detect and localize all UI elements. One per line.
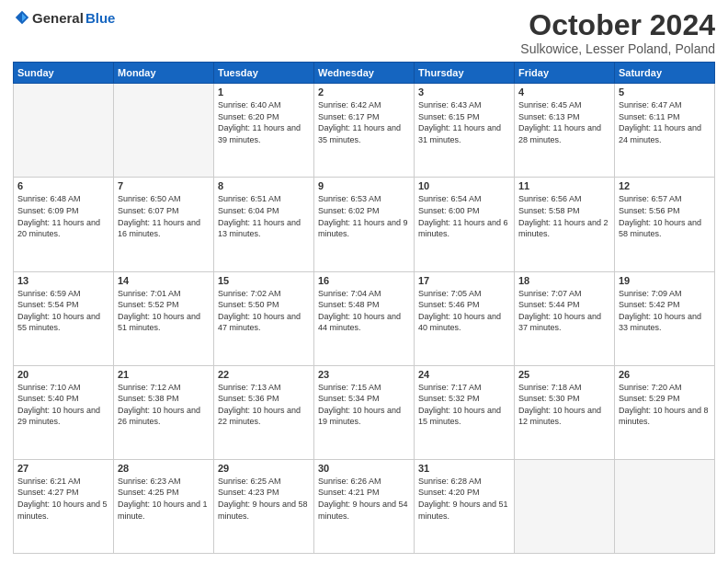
day-number: 25 <box>518 369 610 380</box>
calendar-cell: 18Sunrise: 7:07 AM Sunset: 5:44 PM Dayli… <box>515 271 615 365</box>
header-row: SundayMondayTuesdayWednesdayThursdayFrid… <box>14 63 715 84</box>
calendar-cell: 21Sunrise: 7:12 AM Sunset: 5:38 PM Dayli… <box>114 365 214 459</box>
day-number: 10 <box>418 180 510 191</box>
page: General Blue October 2024 Sulkowice, Les… <box>0 0 728 563</box>
header: General Blue October 2024 Sulkowice, Les… <box>13 9 715 56</box>
calendar-cell: 20Sunrise: 7:10 AM Sunset: 5:40 PM Dayli… <box>14 365 114 459</box>
cell-details: Sunrise: 6:50 AM Sunset: 6:07 PM Dayligh… <box>118 193 210 239</box>
calendar: SundayMondayTuesdayWednesdayThursdayFrid… <box>13 62 715 554</box>
cell-details: Sunrise: 6:48 AM Sunset: 6:09 PM Dayligh… <box>17 193 109 239</box>
calendar-cell: 13Sunrise: 6:59 AM Sunset: 5:54 PM Dayli… <box>14 271 114 365</box>
day-number: 27 <box>17 463 109 474</box>
cell-details: Sunrise: 6:43 AM Sunset: 6:15 PM Dayligh… <box>418 99 510 145</box>
logo: General Blue <box>13 9 115 26</box>
calendar-cell: 29Sunrise: 6:25 AM Sunset: 4:23 PM Dayli… <box>214 459 314 553</box>
day-number: 9 <box>318 180 410 191</box>
day-number: 22 <box>218 369 310 380</box>
calendar-cell: 26Sunrise: 7:20 AM Sunset: 5:29 PM Dayli… <box>615 365 715 459</box>
calendar-cell: 22Sunrise: 7:13 AM Sunset: 5:36 PM Dayli… <box>214 365 314 459</box>
col-header-sunday: Sunday <box>14 63 114 84</box>
day-number: 13 <box>17 275 109 286</box>
day-number: 23 <box>318 369 410 380</box>
cell-details: Sunrise: 7:09 AM Sunset: 5:42 PM Dayligh… <box>619 288 711 334</box>
calendar-cell: 23Sunrise: 7:15 AM Sunset: 5:34 PM Dayli… <box>314 365 415 459</box>
calendar-cell: 11Sunrise: 6:56 AM Sunset: 5:58 PM Dayli… <box>515 178 615 271</box>
cell-details: Sunrise: 6:23 AM Sunset: 4:25 PM Dayligh… <box>118 476 210 522</box>
calendar-cell: 19Sunrise: 7:09 AM Sunset: 5:42 PM Dayli… <box>615 271 715 365</box>
cell-details: Sunrise: 7:05 AM Sunset: 5:46 PM Dayligh… <box>418 288 510 334</box>
day-number: 3 <box>418 86 510 98</box>
cell-details: Sunrise: 7:15 AM Sunset: 5:34 PM Dayligh… <box>318 382 410 428</box>
cell-details: Sunrise: 7:01 AM Sunset: 5:52 PM Dayligh… <box>118 288 210 334</box>
cell-details: Sunrise: 7:17 AM Sunset: 5:32 PM Dayligh… <box>418 382 510 428</box>
day-number: 24 <box>418 369 510 380</box>
col-header-wednesday: Wednesday <box>314 63 415 84</box>
cell-details: Sunrise: 6:26 AM Sunset: 4:21 PM Dayligh… <box>318 476 410 522</box>
calendar-cell: 24Sunrise: 7:17 AM Sunset: 5:32 PM Dayli… <box>415 365 515 459</box>
calendar-cell: 15Sunrise: 7:02 AM Sunset: 5:50 PM Dayli… <box>214 271 314 365</box>
cell-details: Sunrise: 6:53 AM Sunset: 6:02 PM Dayligh… <box>318 193 410 239</box>
cell-details: Sunrise: 7:18 AM Sunset: 5:30 PM Dayligh… <box>518 382 610 428</box>
week-row-4: 27Sunrise: 6:21 AM Sunset: 4:27 PM Dayli… <box>14 459 715 553</box>
calendar-cell: 30Sunrise: 6:26 AM Sunset: 4:21 PM Dayli… <box>314 459 415 553</box>
logo-blue: Blue <box>85 10 116 26</box>
col-header-friday: Friday <box>515 63 615 84</box>
day-number: 5 <box>619 86 711 98</box>
calendar-cell: 27Sunrise: 6:21 AM Sunset: 4:27 PM Dayli… <box>14 459 114 553</box>
cell-details: Sunrise: 6:56 AM Sunset: 5:58 PM Dayligh… <box>518 193 610 239</box>
cell-details: Sunrise: 6:25 AM Sunset: 4:23 PM Dayligh… <box>218 476 310 522</box>
calendar-cell <box>14 84 114 178</box>
day-number: 26 <box>619 369 711 380</box>
calendar-cell: 7Sunrise: 6:50 AM Sunset: 6:07 PM Daylig… <box>114 178 214 271</box>
day-number: 7 <box>118 180 210 191</box>
cell-details: Sunrise: 6:21 AM Sunset: 4:27 PM Dayligh… <box>17 476 109 522</box>
logo-icon <box>14 9 30 26</box>
calendar-cell: 10Sunrise: 6:54 AM Sunset: 6:00 PM Dayli… <box>415 178 515 271</box>
week-row-2: 13Sunrise: 6:59 AM Sunset: 5:54 PM Dayli… <box>14 271 715 365</box>
day-number: 20 <box>17 369 109 380</box>
calendar-cell: 17Sunrise: 7:05 AM Sunset: 5:46 PM Dayli… <box>415 271 515 365</box>
calendar-cell: 12Sunrise: 6:57 AM Sunset: 5:56 PM Dayli… <box>615 178 715 271</box>
cell-details: Sunrise: 6:42 AM Sunset: 6:17 PM Dayligh… <box>318 99 410 145</box>
calendar-cell: 4Sunrise: 6:45 AM Sunset: 6:13 PM Daylig… <box>515 84 615 178</box>
col-header-monday: Monday <box>114 63 214 84</box>
day-number: 12 <box>619 180 711 191</box>
col-header-thursday: Thursday <box>415 63 515 84</box>
calendar-cell: 9Sunrise: 6:53 AM Sunset: 6:02 PM Daylig… <box>314 178 415 271</box>
day-number: 8 <box>218 180 310 191</box>
calendar-cell: 5Sunrise: 6:47 AM Sunset: 6:11 PM Daylig… <box>615 84 715 178</box>
day-number: 30 <box>318 463 410 474</box>
calendar-cell: 6Sunrise: 6:48 AM Sunset: 6:09 PM Daylig… <box>14 178 114 271</box>
week-row-3: 20Sunrise: 7:10 AM Sunset: 5:40 PM Dayli… <box>14 365 715 459</box>
calendar-cell: 3Sunrise: 6:43 AM Sunset: 6:15 PM Daylig… <box>415 84 515 178</box>
day-number: 17 <box>418 275 510 286</box>
day-number: 28 <box>118 463 210 474</box>
cell-details: Sunrise: 6:28 AM Sunset: 4:20 PM Dayligh… <box>418 476 510 522</box>
calendar-cell: 25Sunrise: 7:18 AM Sunset: 5:30 PM Dayli… <box>515 365 615 459</box>
calendar-cell: 28Sunrise: 6:23 AM Sunset: 4:25 PM Dayli… <box>114 459 214 553</box>
calendar-cell <box>515 459 615 553</box>
calendar-cell: 8Sunrise: 6:51 AM Sunset: 6:04 PM Daylig… <box>214 178 314 271</box>
calendar-cell <box>114 84 214 178</box>
cell-details: Sunrise: 6:54 AM Sunset: 6:00 PM Dayligh… <box>418 193 510 239</box>
col-header-tuesday: Tuesday <box>214 63 314 84</box>
day-number: 18 <box>518 275 610 286</box>
day-number: 6 <box>17 180 109 191</box>
cell-details: Sunrise: 7:20 AM Sunset: 5:29 PM Dayligh… <box>619 382 711 428</box>
cell-details: Sunrise: 6:57 AM Sunset: 5:56 PM Dayligh… <box>619 193 711 239</box>
cell-details: Sunrise: 6:59 AM Sunset: 5:54 PM Dayligh… <box>17 288 109 334</box>
day-number: 21 <box>118 369 210 380</box>
cell-details: Sunrise: 7:02 AM Sunset: 5:50 PM Dayligh… <box>218 288 310 334</box>
col-header-saturday: Saturday <box>615 63 715 84</box>
day-number: 14 <box>118 275 210 286</box>
cell-details: Sunrise: 7:12 AM Sunset: 5:38 PM Dayligh… <box>118 382 210 428</box>
month-title: October 2024 <box>520 9 715 41</box>
cell-details: Sunrise: 6:45 AM Sunset: 6:13 PM Dayligh… <box>518 99 610 145</box>
title-block: October 2024 Sulkowice, Lesser Poland, P… <box>520 9 715 56</box>
calendar-cell: 14Sunrise: 7:01 AM Sunset: 5:52 PM Dayli… <box>114 271 214 365</box>
day-number: 16 <box>318 275 410 286</box>
calendar-cell: 31Sunrise: 6:28 AM Sunset: 4:20 PM Dayli… <box>415 459 515 553</box>
calendar-cell <box>615 459 715 553</box>
week-row-0: 1Sunrise: 6:40 AM Sunset: 6:20 PM Daylig… <box>14 84 715 178</box>
cell-details: Sunrise: 7:04 AM Sunset: 5:48 PM Dayligh… <box>318 288 410 334</box>
